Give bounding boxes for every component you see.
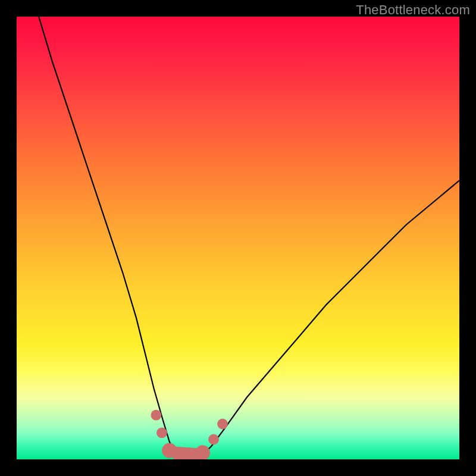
bottleneck-curve [39, 17, 459, 459]
watermark-text: TheBottleneck.com [356, 2, 470, 18]
curve-marker [208, 434, 219, 445]
chart-svg [17, 17, 459, 459]
curve-marker [151, 410, 162, 421]
plot-area [17, 17, 459, 459]
curve-marker [195, 445, 210, 459]
curve-marker [156, 428, 167, 439]
chart-frame: TheBottleneck.com [0, 0, 476, 476]
curve-marker [217, 419, 228, 430]
